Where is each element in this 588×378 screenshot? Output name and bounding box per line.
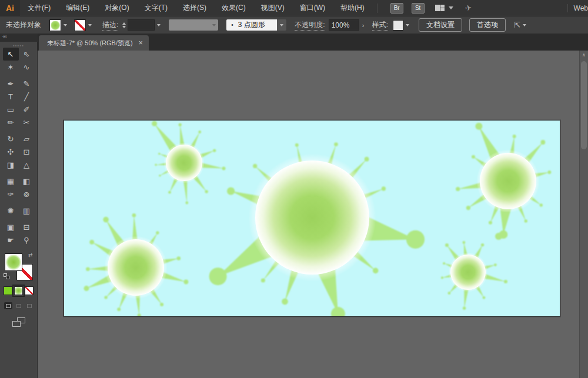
tool-icon: ⊡ [24,148,30,156]
tool-type[interactable]: T [3,90,19,103]
stroke-swatch[interactable] [74,19,86,31]
artboard[interactable] [64,120,560,317]
tool-shape-builder[interactable]: ◨ [3,158,19,171]
share-sync-icon[interactable]: ✈ [465,3,472,12]
draw-behind-button[interactable] [15,302,23,309]
menu-item-effect[interactable]: 效果(C) [214,0,253,16]
menu-item-window[interactable]: 窗口(W) [292,0,333,16]
style-swatch[interactable] [393,20,403,31]
tool-line-segment[interactable]: ╱ [19,90,35,103]
chevron-down-icon [523,24,526,26]
cursor-options-icon[interactable]: ⇱ [514,21,526,29]
none-slash-icon [75,20,85,31]
tool-width[interactable]: ✣ [3,145,19,158]
swap-fill-stroke-icon[interactable]: ⇄ [28,252,33,258]
fill-indicator[interactable] [5,253,22,271]
fill-color-combo[interactable] [49,19,69,31]
none-slash-icon [25,287,33,295]
stepper-up-icon[interactable] [122,22,126,25]
tool-rotate[interactable]: ↻ [3,132,19,145]
tool-icon: ⊟ [24,223,30,232]
tool-pencil[interactable]: ✏ [3,116,19,129]
menu-item-object[interactable]: 对象(O) [97,0,136,16]
menu-item-view[interactable]: 视图(V) [253,0,292,16]
opacity-input[interactable]: 100% [329,19,359,31]
menu-item-select[interactable]: 选择(S) [175,0,214,16]
preferences-button[interactable]: 首选项 [469,18,506,32]
stroke-weight-link[interactable]: 描边: [102,20,118,31]
style-link[interactable]: 样式: [372,20,388,31]
drawing-mode-buttons [0,302,37,309]
vertical-scrollbar[interactable]: ∧ [579,51,588,378]
document-tab-title: 未标题-7* @ 50% (RGB/预览) [47,39,133,48]
document-tab[interactable]: 未标题-7* @ 50% (RGB/预览) × [39,35,149,51]
tool-icon: ✐ [24,105,30,114]
default-fill-stroke-icon[interactable] [4,273,9,279]
tool-blend[interactable]: ⊚ [19,188,35,200]
tools-panel: «« ▪▪▪▪▪ ↖⇖✶∿✒✎T╱▭✐✏✂↻▱✣⊡◨△▦◧✑⊚✺▥▣⊟☛⚲ ⇄ [0,34,38,378]
color-button[interactable] [4,286,12,295]
fill-stroke-indicator: ⇄ [5,253,33,280]
opacity-link[interactable]: 不透明度: [295,20,325,31]
stroke-weight-input[interactable] [128,19,155,31]
tool-lasso[interactable]: ∿ [19,61,35,73]
tool-direct-selection[interactable]: ⇖ [19,48,35,61]
tool-icon: ▦ [7,177,14,186]
tool-slice[interactable]: ⊟ [19,220,35,233]
tool-hand[interactable]: ☛ [3,233,19,246]
tool-scissors[interactable]: ✂ [19,116,35,129]
screen-mode-button[interactable] [12,317,25,327]
stepper-down-icon[interactable] [122,26,126,28]
main-area: «« ▪▪▪▪▪ ↖⇖✶∿✒✎T╱▭✐✏✂↻▱✣⊡◨△▦◧✑⊚✺▥▣⊟☛⚲ ⇄ [0,34,588,378]
canvas[interactable]: ∧ [38,51,588,378]
tool-icon: △ [24,160,29,169]
opacity-expand-button[interactable]: › [359,19,368,31]
document-setup-button[interactable]: 文档设置 [419,18,462,32]
tool-mesh[interactable]: ▦ [3,175,19,188]
brush-definition-combo[interactable]: • 3 点圆形 [226,19,286,31]
tool-paintbrush[interactable]: ✐ [19,103,35,116]
close-icon[interactable]: × [139,39,143,47]
panel-grip[interactable]: ▪▪▪▪▪ [0,43,37,48]
tool-scale[interactable]: ▱ [19,132,35,145]
tool-rectangle[interactable]: ▭ [3,103,19,116]
draw-inside-button[interactable] [25,302,34,309]
fill-swatch[interactable] [49,19,61,31]
none-button[interactable] [25,286,34,295]
tool-selection[interactable]: ↖ [3,48,19,61]
tool-icon: ↻ [8,135,14,143]
scroll-up-icon[interactable]: ∧ [580,51,588,59]
no-selection-label: 未选择对象 [6,20,41,30]
tool-column-graph[interactable]: ▥ [19,204,35,217]
menu-item-edit[interactable]: 编辑(E) [58,0,97,16]
workspace-switcher[interactable]: Web [567,4,588,12]
tool-artboard[interactable]: ▣ [3,220,19,233]
menu-item-type[interactable]: 文字(T) [137,0,175,16]
tool-free-transform[interactable]: ⊡ [19,145,35,158]
menu-item-help[interactable]: 帮助(H) [333,0,372,16]
menu-items: 文件(F)编辑(E)对象(O)文字(T)选择(S)效果(C)视图(V)窗口(W)… [20,0,372,16]
tool-curvature[interactable]: ✎ [19,77,35,90]
control-bar: 未选择对象 描边: • 3 点圆形 不透明度: 100% › 样式: [0,16,588,34]
tool-symbol-sprayer[interactable]: ✺ [3,204,19,217]
tool-eyedropper[interactable]: ✑ [3,188,19,200]
arrange-documents-icon[interactable] [435,5,453,11]
tool-pen[interactable]: ✒ [3,77,19,90]
tool-gradient[interactable]: ◧ [19,175,35,188]
bridge-button[interactable]: Br [390,3,403,14]
tool-magic-wand[interactable]: ✶ [3,61,19,73]
scrollbar-thumb[interactable] [581,61,587,149]
stroke-weight-stepper[interactable] [122,22,126,28]
menu-item-file[interactable]: 文件(F) [20,0,58,16]
gradient-button[interactable] [14,286,23,295]
collapse-panel-icon[interactable]: «« [0,34,38,42]
tool-icon: ✎ [24,79,30,88]
tool-icon: ✺ [8,206,14,215]
stroke-color-combo[interactable] [74,19,94,31]
tool-icon: ✏ [8,118,14,127]
chevron-down-icon [64,24,67,26]
tool-perspective-grid[interactable]: △ [19,158,35,171]
tool-zoom[interactable]: ⚲ [19,233,35,246]
draw-normal-button[interactable] [4,302,12,309]
stock-button[interactable]: St [412,3,425,14]
